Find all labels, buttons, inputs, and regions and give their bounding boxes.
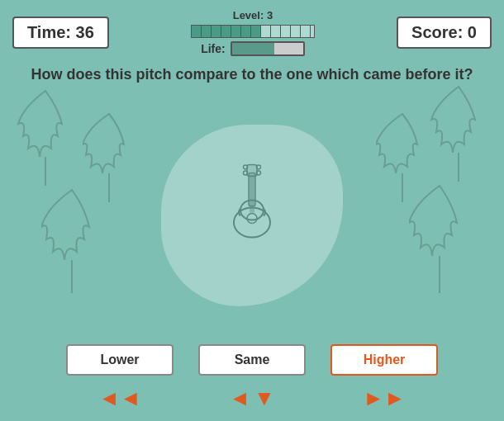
scene: [0, 58, 504, 355]
level-segment-2: [212, 26, 221, 37]
svg-point-14: [247, 214, 257, 224]
svg-point-12: [244, 171, 248, 175]
play-back-icon[interactable]: ◄: [229, 386, 250, 411]
header: Time: 36 Level: 3 Life: Score: 0: [0, 0, 504, 58]
level-segment-6: [251, 26, 261, 37]
life-bar-outer: [231, 41, 305, 56]
guitar-icon: [211, 157, 293, 248]
lower-button[interactable]: Lower: [66, 344, 174, 376]
level-label: Level: 3: [233, 9, 273, 21]
life-bar-inner: [232, 43, 275, 54]
tree-far-right: [430, 78, 487, 189]
level-segment-0: [192, 26, 202, 37]
level-segment-9: [281, 26, 291, 37]
level-segment-4: [231, 26, 241, 37]
svg-point-11: [257, 165, 261, 169]
svg-point-10: [244, 165, 248, 169]
score-label: Score:: [411, 23, 463, 41]
level-segment-3: [221, 26, 231, 37]
play-down-icon[interactable]: ▼: [254, 386, 275, 411]
arrow-right-group: ►►: [330, 386, 438, 411]
arrows-row: ◄◄ ◄ ▼ ►►: [0, 386, 504, 411]
svg-rect-9: [247, 165, 257, 177]
level-segment-10: [291, 26, 301, 37]
higher-button[interactable]: Higher: [330, 344, 438, 376]
level-bar: [191, 25, 315, 38]
life-label: Life:: [201, 42, 226, 55]
time-label: Time:: [27, 23, 71, 41]
buttons-row: Lower Same Higher: [0, 344, 504, 376]
level-segment-11: [301, 26, 311, 37]
tree-right-bottom: [409, 177, 471, 300]
level-segment-1: [202, 26, 212, 37]
arrow-left-group: ◄◄: [66, 386, 174, 411]
level-segment-8: [271, 26, 281, 37]
same-button[interactable]: Same: [198, 344, 306, 376]
time-display: Time: 36: [12, 17, 109, 49]
level-segment-7: [261, 26, 271, 37]
tree-left-bottom: [41, 182, 103, 300]
score-display: Score: 0: [397, 17, 492, 49]
center-header: Level: 3 Life:: [191, 9, 315, 56]
score-value: 0: [468, 23, 477, 41]
level-segment-5: [241, 26, 251, 37]
app: Time: 36 Level: 3 Life: Score: 0 How doe…: [0, 0, 504, 421]
fast-forward-icon[interactable]: ►►: [363, 386, 405, 411]
tree-far-left: [17, 83, 74, 193]
arrow-center-group: ◄ ▼: [198, 386, 306, 411]
time-value: 36: [76, 23, 94, 41]
rewind-icon[interactable]: ◄◄: [98, 386, 140, 411]
svg-point-13: [257, 171, 261, 175]
life-row: Life:: [201, 41, 305, 56]
